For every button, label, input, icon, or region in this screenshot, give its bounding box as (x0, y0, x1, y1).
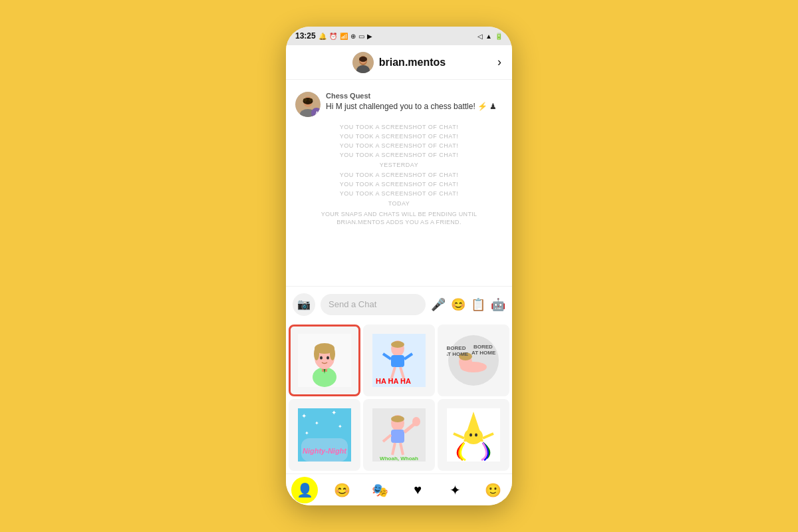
screenshot-notice-5: YOU TOOK A SCREENSHOT OF CHAT! (286, 170, 512, 180)
alarm-icon: ⏰ (329, 33, 337, 40)
sticker-icon[interactable]: 📋 (471, 297, 485, 312)
wifi-icon: ▲ (485, 33, 492, 40)
sticker-grid: HA HA HA BORED AT HOME BORED AT HOME ✦ (286, 322, 512, 473)
svg-point-32 (448, 335, 499, 386)
chat-placeholder: Send a Chat (329, 299, 376, 309)
sticker-bored-at-home[interactable]: BORED AT HOME BORED AT HOME (438, 325, 509, 396)
status-time: 13:25 (295, 31, 316, 41)
battery-icon: 🔋 (495, 33, 503, 40)
screenshot-notice-6: YOU TOOK A SCREENSHOT OF CHAT! (286, 180, 512, 189)
chess-badge: ♟ (311, 108, 321, 117)
camera-button[interactable]: 📷 (293, 293, 315, 316)
nav-sticker2[interactable]: 🎭 (367, 477, 394, 503)
svg-point-22 (327, 356, 329, 360)
sticker-hahaha[interactable]: HA HA HA (363, 325, 435, 396)
svg-text:✦: ✦ (338, 424, 342, 430)
svg-text:BORED: BORED (473, 344, 493, 350)
svg-point-25 (391, 341, 404, 348)
screenshot-notice-4: YOU TOOK A SCREENSHOT OF CHAT! (286, 150, 512, 160)
svg-point-20 (330, 347, 335, 360)
svg-rect-26 (391, 355, 404, 367)
svg-rect-10 (305, 100, 306, 102)
nav-bitmoji[interactable]: 👤 (291, 477, 318, 503)
svg-text:✦: ✦ (315, 420, 319, 426)
sticker-bitmoji-green[interactable] (289, 325, 360, 396)
screenshot-notice-2: YOU TOOK A SCREENSHOT OF CHAT! (286, 132, 512, 141)
phone-frame: 13:25 🔔 ⏰ 📶 ⊕ ▭ ▶ ◁ ▲ 🔋 brian.mentos › (286, 27, 512, 505)
camera-icon: 📷 (297, 298, 311, 311)
svg-text:Whoah, Whoah: Whoah, Whoah (380, 456, 418, 462)
svg-point-50 (391, 416, 404, 422)
bottom-nav: 👤 😊 🎭 ♥ ✦ 🙂 (286, 473, 512, 505)
screenshot-notice-7: YOU TOOK A SCREENSHOT OF CHAT! (286, 189, 512, 198)
svg-text:Nighty-Night: Nighty-Night (303, 447, 347, 455)
svg-rect-51 (391, 430, 404, 443)
svg-text:BORED: BORED (447, 345, 466, 351)
play-icon: ▶ (367, 33, 372, 40)
svg-point-62 (475, 434, 477, 437)
header-chevron-icon[interactable]: › (497, 55, 501, 69)
svg-text:AT HOME: AT HOME (471, 350, 496, 356)
header-username: brian.mentos (379, 57, 446, 68)
notification-icon: 🔔 (319, 33, 327, 40)
svg-point-53 (412, 417, 420, 426)
screen-icon: ▭ (358, 33, 364, 40)
chess-avatar: ♟ (295, 92, 321, 117)
bitmoji-icon[interactable]: 🤖 (491, 297, 505, 312)
emoji-nav-icon: 😊 (334, 482, 350, 498)
status-left: 13:25 🔔 ⏰ 📶 ⊕ ▭ ▶ (295, 31, 372, 41)
sticker-nighty-night[interactable]: ✦ ✦ ✦ ✦ ✦ Nighty-Night (289, 399, 360, 471)
nav-heart[interactable]: ♥ (404, 477, 431, 503)
svg-rect-11 (310, 100, 311, 102)
chat-header: brian.mentos › (286, 45, 512, 80)
screenshot-notice-3: YOU TOOK A SCREENSHOT OF CHAT! (286, 141, 512, 150)
svg-point-4 (359, 57, 367, 62)
nav-emoji[interactable]: 😊 (329, 477, 356, 503)
smiley-nav-icon: 🙂 (485, 482, 501, 498)
star-nav-icon: ✦ (450, 482, 461, 498)
chess-title: Chess Quest (326, 92, 503, 100)
emoji-icon[interactable]: 😊 (451, 297, 466, 312)
signal-icon: 📶 (340, 33, 348, 40)
screenshot-notice-1: YOU TOOK A SCREENSHOT OF CHAT! (286, 122, 512, 132)
today-label: TODAY (286, 198, 512, 209)
input-bar: 📷 Send a Chat 🎤 😊 📋 🤖 (286, 286, 512, 322)
status-right: ◁ ▲ 🔋 (477, 33, 503, 40)
chess-message: Hi M just challenged you to a chess batt… (326, 101, 503, 112)
nav-star[interactable]: ✦ (442, 477, 469, 503)
nav-smiley[interactable]: 🙂 (480, 477, 507, 503)
chat-area: ♟ Chess Quest Hi M just challenged you t… (286, 80, 512, 286)
pending-notice: YOUR SNAPS AND CHATS WILL BE PENDING UNT… (286, 209, 512, 228)
header-avatar (352, 52, 374, 73)
svg-point-61 (469, 434, 472, 437)
heart-nav-icon: ♥ (414, 482, 422, 497)
svg-text:✦: ✦ (301, 412, 307, 420)
svg-text:HA HA HA: HA HA HA (376, 377, 411, 385)
svg-text:✦: ✦ (305, 430, 309, 436)
sticker-rainbow[interactable] (438, 399, 509, 471)
svg-text:AT HOME: AT HOME (447, 351, 469, 357)
chess-content: Chess Quest Hi M just challenged you to … (326, 92, 503, 112)
input-action-icons: 🎤 😊 📋 🤖 (431, 297, 505, 312)
bitmoji-nav-icon: 👤 (297, 482, 313, 498)
status-bar: 13:25 🔔 ⏰ 📶 ⊕ ▭ ▶ ◁ ▲ 🔋 (286, 27, 512, 45)
svg-point-19 (314, 347, 319, 360)
svg-text:✦: ✦ (331, 409, 336, 416)
sticker-whoah-whoah[interactable]: Whoah, Whoah (363, 399, 435, 471)
yesterday-label: YESTERDAY (286, 160, 512, 170)
microphone-icon[interactable]: 🎤 (431, 297, 446, 312)
back-icon: ◁ (477, 33, 483, 40)
chat-input-field[interactable]: Send a Chat (321, 294, 426, 315)
svg-point-60 (464, 428, 483, 444)
cast-icon: ⊕ (350, 33, 356, 40)
sticker2-nav-icon: 🎭 (372, 482, 388, 498)
chess-quest-notification: ♟ Chess Quest Hi M just challenged you t… (286, 86, 512, 122)
svg-point-21 (320, 356, 323, 360)
